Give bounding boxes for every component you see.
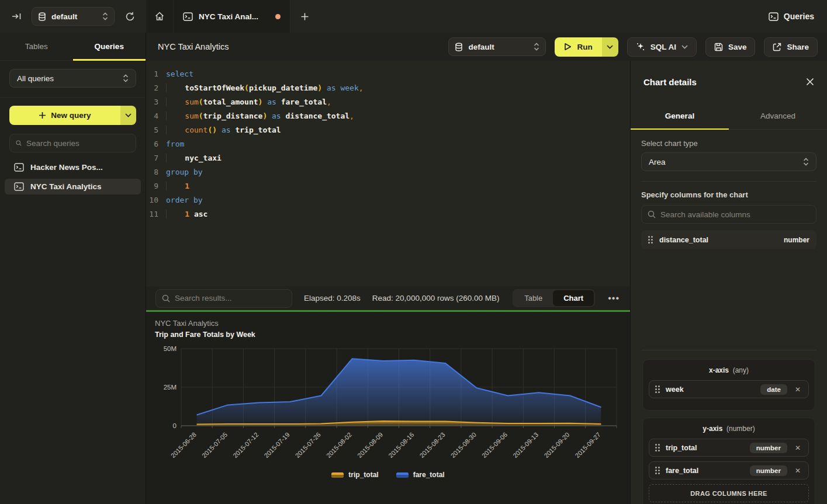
view-toggle-chart[interactable]: Chart bbox=[553, 290, 594, 306]
new-query-main[interactable]: New query bbox=[9, 106, 120, 125]
new-query-dropdown-button[interactable] bbox=[120, 106, 136, 125]
editor-line[interactable]: 10order by bbox=[146, 193, 630, 207]
drag-handle-icon[interactable] bbox=[655, 467, 660, 474]
x-axis-tick-label: 2015-06-28 bbox=[169, 431, 198, 459]
editor-line[interactable]: 5 count() as trip_total bbox=[146, 123, 630, 137]
sql-editor[interactable]: 1select2 toStartOfWeek(pickup_datetime) … bbox=[146, 61, 630, 286]
editor-line[interactable]: 8group by bbox=[146, 165, 630, 179]
database-icon bbox=[455, 43, 463, 51]
terminal-icon bbox=[14, 163, 24, 172]
panel-tabs: GeneralAdvanced bbox=[631, 103, 827, 130]
database-icon bbox=[38, 12, 46, 21]
refresh-button[interactable] bbox=[122, 8, 138, 25]
column-name: fare_total bbox=[666, 467, 744, 475]
line-number: 8 bbox=[146, 165, 166, 179]
collapse-sidebar-button[interactable] bbox=[8, 8, 25, 25]
panel-tab-advanced[interactable]: Advanced bbox=[729, 103, 827, 129]
panel-tab-general[interactable]: General bbox=[631, 103, 729, 129]
line-number: 3 bbox=[146, 95, 166, 109]
search-results-input[interactable] bbox=[175, 294, 286, 303]
run-main[interactable]: Run bbox=[555, 37, 601, 57]
drag-handle-icon[interactable] bbox=[655, 444, 660, 451]
home-icon bbox=[154, 11, 165, 22]
sql-ai-button[interactable]: SQL AI bbox=[627, 37, 697, 57]
run-options-button[interactable] bbox=[602, 37, 618, 57]
search-results-box[interactable] bbox=[155, 289, 292, 308]
view-toggle-table[interactable]: Table bbox=[514, 290, 553, 306]
editor-line[interactable]: 3 sum(total_amount) as fare_total, bbox=[146, 95, 630, 109]
remove-column-button[interactable]: ✕ bbox=[793, 443, 802, 453]
share-button[interactable]: Share bbox=[764, 37, 818, 57]
search-queries-box[interactable] bbox=[9, 134, 136, 152]
editor-line[interactable]: 4 sum(trip_distance) as distance_total, bbox=[146, 109, 630, 123]
x-axis-tick-label: 2015-09-13 bbox=[511, 431, 539, 459]
available-column-distance_total[interactable]: distance_totalnumber bbox=[641, 230, 816, 249]
chevron-updown-icon bbox=[534, 43, 539, 51]
query-list-item[interactable]: Hacker News Pos... bbox=[5, 159, 141, 175]
refresh-icon bbox=[125, 12, 135, 22]
drag-handle-icon[interactable] bbox=[655, 385, 660, 393]
home-tab-button[interactable] bbox=[146, 0, 174, 33]
search-queries-input[interactable] bbox=[26, 139, 130, 148]
legend-item-fare_total[interactable]: fare_total bbox=[396, 471, 445, 479]
tab-strip: NYC Taxi Anal... bbox=[146, 0, 319, 33]
sql-ai-label: SQL AI bbox=[650, 43, 676, 51]
search-columns-input[interactable] bbox=[660, 210, 810, 219]
chart-panel: NYC Taxi Analytics Trip and Fare Totals … bbox=[146, 312, 630, 504]
run-button[interactable]: Run bbox=[555, 37, 618, 57]
more-options-button[interactable]: ••• bbox=[607, 293, 621, 304]
sidebar-tab-queries[interactable]: Queries bbox=[73, 33, 146, 60]
sparkle-icon bbox=[636, 42, 645, 51]
query-toolbar: NYC Taxi Analytics default Run SQL AI Sa… bbox=[146, 33, 827, 61]
legend-swatch bbox=[331, 472, 344, 478]
line-number: 1 bbox=[146, 67, 166, 81]
x-axis-tick-label: 2015-07-12 bbox=[231, 431, 259, 459]
divider bbox=[641, 181, 816, 182]
run-label: Run bbox=[577, 43, 592, 51]
axis-column-trip_total[interactable]: trip_totalnumber✕ bbox=[649, 439, 809, 457]
chart-type-select[interactable]: Area bbox=[641, 152, 816, 171]
new-tab-button[interactable] bbox=[290, 0, 319, 33]
editor-line[interactable]: 2 toStartOfWeek(pickup_datetime) as week… bbox=[146, 81, 630, 95]
available-columns: distance_totalnumber bbox=[641, 230, 816, 249]
plus-icon bbox=[39, 112, 46, 119]
remove-column-button[interactable]: ✕ bbox=[793, 384, 802, 395]
view-toggle: TableChart bbox=[513, 289, 595, 307]
drop-zone[interactable]: DRAG COLUMNS HERE bbox=[649, 484, 809, 502]
editor-line[interactable]: 6from bbox=[146, 137, 630, 151]
queries-menu-button[interactable]: Queries bbox=[769, 0, 814, 33]
chart-details-panel: Chart details GeneralAdvanced Select cha… bbox=[630, 61, 827, 504]
remove-column-button[interactable]: ✕ bbox=[793, 465, 802, 476]
query-database-value: default bbox=[468, 43, 494, 51]
query-list: Hacker News Pos...NYC Taxi Analytics bbox=[5, 159, 141, 194]
query-list-item[interactable]: NYC Taxi Analytics bbox=[5, 179, 141, 194]
close-icon[interactable] bbox=[806, 78, 814, 86]
share-icon bbox=[773, 43, 781, 51]
new-query-button[interactable]: New query bbox=[9, 106, 136, 125]
column-name: trip_total bbox=[666, 444, 744, 452]
database-selector[interactable]: default bbox=[32, 7, 115, 26]
drag-handle-icon[interactable] bbox=[648, 236, 653, 244]
editor-line[interactable]: 1select bbox=[146, 67, 630, 81]
legend-item-trip_total[interactable]: trip_total bbox=[331, 471, 378, 479]
query-filter-select[interactable]: All queries bbox=[9, 69, 136, 88]
axis-column-fare_total[interactable]: fare_totalnumber✕ bbox=[649, 461, 809, 479]
legend-label: fare_total bbox=[413, 471, 445, 479]
line-number: 7 bbox=[146, 151, 166, 165]
editor-line[interactable]: 11 1 asc bbox=[146, 207, 630, 221]
editor-line[interactable]: 9 1 bbox=[146, 179, 630, 193]
plus-icon bbox=[300, 12, 309, 21]
top-bar: default NYC Taxi Anal... Queries bbox=[0, 0, 827, 33]
sidebar-tab-tables[interactable]: Tables bbox=[0, 33, 73, 60]
axis-column-week[interactable]: weekdate✕ bbox=[649, 380, 809, 398]
elapsed-stat: Elapsed: 0.208s bbox=[304, 294, 361, 303]
search-icon bbox=[16, 139, 22, 147]
search-columns-box[interactable] bbox=[641, 205, 816, 224]
tab-nyc-taxi-analytics[interactable]: NYC Taxi Anal... bbox=[174, 0, 290, 33]
query-database-selector[interactable]: default bbox=[448, 37, 546, 56]
panel-title: Chart details bbox=[643, 77, 806, 87]
unsaved-changes-dot bbox=[275, 14, 281, 19]
save-button[interactable]: Save bbox=[705, 37, 756, 57]
x-axis-tick-label: 2015-08-09 bbox=[356, 431, 384, 459]
editor-line[interactable]: 7 nyc_taxi bbox=[146, 151, 630, 165]
